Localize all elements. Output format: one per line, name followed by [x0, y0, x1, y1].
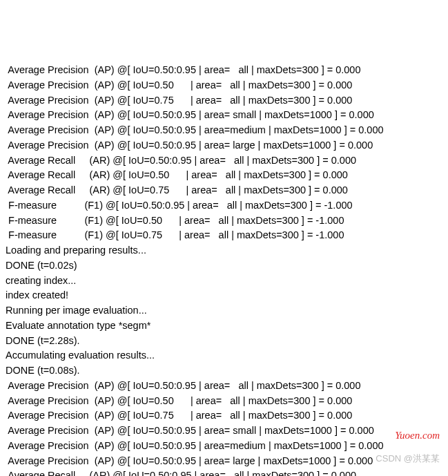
- output-line: Average Precision (AP) @[ IoU=0.75 | are…: [6, 408, 442, 423]
- output-line: Average Precision (AP) @[ IoU=0.50:0.95 …: [6, 138, 442, 153]
- output-line: Average Precision (AP) @[ IoU=0.50 | are…: [6, 78, 442, 93]
- output-line: Average Precision (AP) @[ IoU=0.50:0.95 …: [6, 123, 442, 138]
- output-line: Running per image evaluation...: [6, 303, 442, 318]
- output-line: F-measure (F1) @[ IoU=0.50 | area= all |…: [6, 213, 442, 229]
- console-output: Average Precision (AP) @[ IoU=0.50:0.95 …: [6, 63, 442, 476]
- output-line: Average Precision (AP) @[ IoU=0.50:0.95 …: [6, 63, 442, 78]
- output-line: index created!: [6, 288, 442, 303]
- output-line: Average Recall (AR) @[ IoU=0.50:0.95 | a…: [6, 468, 442, 476]
- watermark-author: CSDN @洪某某: [376, 452, 440, 466]
- output-line: Average Recall (AR) @[ IoU=0.75 | area= …: [6, 183, 442, 198]
- output-line: DONE (t=0.08s).: [6, 363, 442, 379]
- output-line: Average Precision (AP) @[ IoU=0.50:0.95 …: [6, 108, 442, 123]
- output-line: creating index...: [6, 274, 442, 289]
- output-line: Loading and preparing results...: [6, 243, 442, 258]
- output-line: F-measure (F1) @[ IoU=0.75 | area= all |…: [6, 228, 442, 243]
- output-line: Average Precision (AP) @[ IoU=0.50:0.95 …: [6, 423, 442, 439]
- output-line: F-measure (F1) @[ IoU=0.50:0.95 | area= …: [6, 198, 442, 213]
- watermark-site: Yuoen.com: [395, 428, 440, 444]
- output-line: DONE (t=2.28s).: [6, 334, 442, 349]
- output-line: Evaluate annotation type *segm*: [6, 318, 442, 334]
- output-line: Accumulating evaluation results...: [6, 348, 442, 363]
- output-line: DONE (t=0.02s): [6, 258, 442, 274]
- output-line: Average Precision (AP) @[ IoU=0.50 | are…: [6, 394, 442, 409]
- output-line: Average Precision (AP) @[ IoU=0.50:0.95 …: [6, 379, 442, 394]
- output-line: Average Recall (AR) @[ IoU=0.50:0.95 | a…: [6, 153, 442, 169]
- output-line: Average Precision (AP) @[ IoU=0.75 | are…: [6, 93, 442, 108]
- output-line: Average Recall (AR) @[ IoU=0.50 | area= …: [6, 168, 442, 183]
